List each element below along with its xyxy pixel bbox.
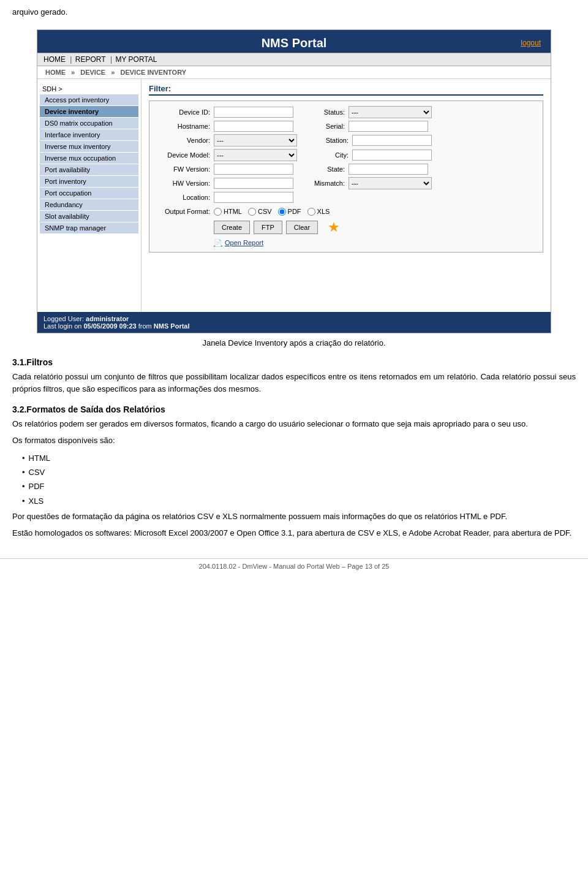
city-col: City: [309,150,432,161]
sidebar-item-port-occupation[interactable]: Port occupation [40,188,138,199]
hostname-label: Hostname: [156,123,214,130]
sidebar: SDH > Access port inventory Device inven… [37,79,141,312]
radio-pdf[interactable]: PDF [278,208,301,216]
format-pdf: PDF [22,479,576,493]
sidebar-item-inverse-mux-occupation[interactable]: Inverse mux occupation [40,153,138,164]
sidebar-item-inverse-mux-inventory[interactable]: Inverse mux inventory [40,141,138,152]
vendor-label: Vendor: [156,137,214,144]
ftp-button[interactable]: FTP [254,221,282,234]
footer-last-login: Last login on 05/05/2009 09:23 from NMS … [43,322,545,330]
device-id-input[interactable] [214,107,293,118]
section-32-para4: Estão homologados os softwares: Microsof… [12,527,576,540]
city-label: City: [309,151,352,159]
form-row-device-id: Device ID: Status: --- [156,106,537,118]
main-layout: SDH > Access port inventory Device inven… [37,79,551,312]
section-32-para3: Por questões de formatação da página os … [12,511,576,523]
fw-version-input[interactable] [214,164,293,175]
nav-bar: HOME | REPORT | MY PORTAL [37,53,551,66]
status-label: Status: [306,108,349,116]
format-list: HTML CSV PDF XLS [22,451,576,509]
logout-link[interactable]: logout [521,39,541,47]
form-row-device-model: Device Model: --- City: [156,149,537,161]
sidebar-item-port-availability[interactable]: Port availability [40,164,138,175]
radio-csv-input[interactable] [248,208,256,216]
radio-xls-input[interactable] [307,208,315,216]
content-area: Filter: Device ID: Status: --- Hostname: [141,79,551,312]
mismatch-label: Mismatch: [306,180,349,187]
sidebar-item-snmp-trap[interactable]: SNMP trap manager [40,222,138,234]
state-col: State: [306,164,428,175]
section-31-para1: Cada relatório possui um conjunto de fil… [12,371,576,397]
page-footer: 204.0118.02 - DmView - Manual do Portal … [0,558,588,570]
location-label: Location: [156,194,214,201]
serial-input[interactable] [349,121,428,132]
sidebar-item-redundancy[interactable]: Redundancy [40,199,138,210]
portal-header: NMS Portal logout [37,30,551,53]
portal-title: NMS Portal [37,36,551,50]
section-32-heading: 3.2.Formatos de Saída dos Relatórios [12,405,576,414]
section-31-heading: 3.1.Filtros [12,357,576,367]
format-xls: XLS [22,494,576,508]
intro-text: arquivo gerado. [0,0,588,25]
fw-version-label: FW Version: [156,165,214,173]
open-report-row[interactable]: 📄 Open Report [214,239,537,247]
vendor-select[interactable]: --- [214,134,297,146]
sidebar-item-ds0-matrix[interactable]: DS0 matrix occupation [40,118,138,129]
device-id-label: Device ID: [156,108,214,116]
station-label: Station: [309,137,352,144]
form-row-hw-version: HW Version: Mismatch: --- [156,177,537,189]
breadcrumb: HOME » DEVICE » DEVICE INVENTORY [37,66,551,79]
form-row-location: Location: [156,192,537,203]
device-model-select[interactable]: --- [214,149,297,161]
radio-html[interactable]: HTML [214,208,242,216]
sidebar-item-slot-availability[interactable]: Slot availability [40,211,138,222]
nms-portal-screenshot: NMS Portal logout HOME | REPORT | MY POR… [37,29,551,333]
station-input[interactable] [352,135,432,146]
form-row-fw-version: FW Version: State: [156,164,537,175]
sidebar-item-device-inventory[interactable]: Device inventory [40,106,138,117]
create-button[interactable]: Create [214,221,250,234]
device-model-label: Device Model: [156,151,214,159]
radio-csv[interactable]: CSV [248,208,272,216]
output-format-label: Output Format: [156,208,214,215]
section-31: 3.1.Filtros Cada relatório possui um con… [0,357,588,397]
output-format-row: Output Format: HTML CSV PDF XLS [156,208,537,216]
form-row-hostname: Hostname: Serial: [156,121,537,132]
format-html: HTML [22,451,576,465]
state-label: State: [306,165,349,173]
open-report-icon: 📄 [214,239,222,247]
radio-pdf-input[interactable] [278,208,286,216]
radio-group: HTML CSV PDF XLS [214,208,330,216]
nav-my-portal[interactable]: MY PORTAL [115,55,157,64]
status-select[interactable]: --- [349,106,432,118]
form-row-vendor: Vendor: --- Station: [156,134,537,146]
nav-home[interactable]: HOME [43,55,66,64]
filter-form: Device ID: Status: --- Hostname: Serial: [149,101,543,253]
section-32: 3.2.Formatos de Saída dos Relatórios Os … [0,405,588,540]
serial-label: Serial: [306,123,349,130]
hw-version-label: HW Version: [156,180,214,187]
hostname-input[interactable] [214,121,293,132]
mismatch-col: Mismatch: --- [306,177,432,189]
city-input[interactable] [352,150,432,161]
portal-footer: Logged User: administrator Last login on… [37,312,551,333]
sidebar-item-port-inventory[interactable]: Port inventory [40,176,138,187]
status-col: Status: --- [306,106,432,118]
favorite-star-icon[interactable]: ★ [328,219,340,235]
hw-version-input[interactable] [214,178,293,189]
caption: Janela Device Inventory após a criação d… [0,338,588,348]
open-report-label[interactable]: Open Report [225,239,263,246]
serial-col: Serial: [306,121,428,132]
section-32-para2: Os formatos disponíveis são: [12,435,576,447]
station-col: Station: [309,135,432,146]
nav-report[interactable]: REPORT [75,55,106,64]
mismatch-select[interactable]: --- [349,177,432,189]
clear-button[interactable]: Clear [286,221,318,234]
filter-title: Filter: [149,84,543,96]
sidebar-item-interface-inventory[interactable]: Interface inventory [40,129,138,140]
radio-xls[interactable]: XLS [307,208,330,216]
sidebar-item-access-port[interactable]: Access port inventory [40,94,138,105]
radio-html-input[interactable] [214,208,222,216]
location-input[interactable] [214,192,293,203]
state-input[interactable] [349,164,428,175]
